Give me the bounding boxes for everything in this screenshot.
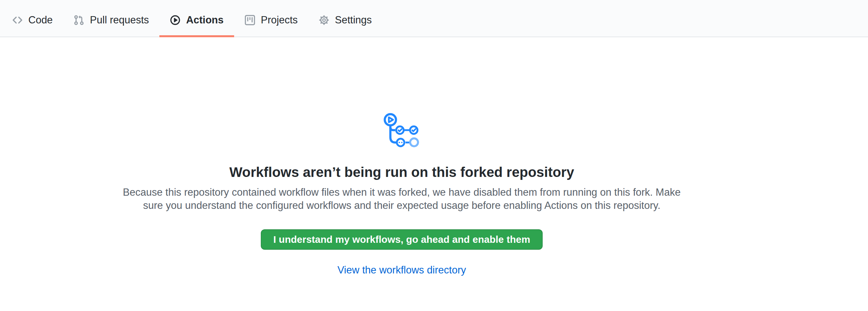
- enable-workflows-button[interactable]: I understand my workflows, go ahead and …: [261, 229, 542, 250]
- tab-code-label: Code: [28, 15, 53, 25]
- blankslate-description-line1: Because this repository contained workfl…: [0, 186, 803, 199]
- tab-projects[interactable]: Projects: [234, 0, 308, 37]
- tab-pull-requests-label: Pull requests: [90, 15, 149, 25]
- repo-tab-bar: Code Pull requests: [2, 0, 382, 37]
- blankslate: Workflows aren’t being run on this forke…: [0, 113, 803, 278]
- git-pull-request-icon: [74, 15, 84, 25]
- blankslate-title: Workflows aren’t being run on this forke…: [0, 164, 803, 181]
- link-row: View the workflows directory: [0, 263, 803, 278]
- project-board-icon: [245, 15, 255, 25]
- tab-projects-label: Projects: [261, 15, 298, 25]
- tab-code[interactable]: Code: [2, 0, 63, 37]
- tab-settings[interactable]: Settings: [308, 0, 382, 37]
- actions-disabled-page: Workflows aren’t being run on this forke…: [0, 113, 868, 278]
- view-workflows-directory-link[interactable]: View the workflows directory: [338, 264, 466, 276]
- gear-icon: [319, 15, 329, 25]
- blankslate-description-line2: sure you understand the configured workf…: [0, 199, 803, 212]
- tab-pull-requests[interactable]: Pull requests: [63, 0, 159, 37]
- play-circle-icon: [170, 15, 181, 25]
- tab-actions[interactable]: Actions: [159, 0, 234, 37]
- blankslate-description: Because this repository contained workfl…: [0, 186, 803, 212]
- repo-nav: Code Pull requests: [0, 0, 868, 37]
- tab-actions-label: Actions: [186, 15, 224, 25]
- workflow-graph-icon: [0, 113, 803, 148]
- tab-settings-label: Settings: [335, 15, 372, 25]
- code-icon: [12, 15, 23, 25]
